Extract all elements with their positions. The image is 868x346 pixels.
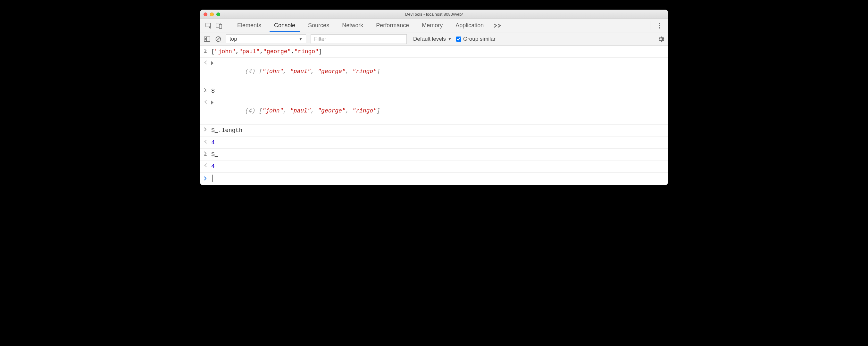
output-marker-icon bbox=[203, 139, 208, 144]
output-marker-icon bbox=[203, 162, 208, 167]
console-output-row[interactable]: 4 bbox=[200, 160, 668, 172]
svg-point-7 bbox=[660, 38, 662, 40]
devtools-menu-button[interactable] bbox=[655, 23, 663, 29]
expand-object-icon[interactable] bbox=[211, 61, 214, 65]
console-output-text: (4) ["john", "paul", "george", "ringo"] bbox=[217, 60, 664, 83]
console-input-text: ["john","paul","george","ringo"] bbox=[211, 48, 664, 56]
group-similar-checkbox[interactable] bbox=[456, 36, 461, 42]
traffic-lights bbox=[200, 12, 220, 16]
separator bbox=[228, 21, 228, 30]
close-window-button[interactable] bbox=[204, 12, 207, 16]
more-tabs-button[interactable] bbox=[490, 19, 505, 32]
tabs-bar: Elements Console Sources Network Perform… bbox=[200, 19, 668, 32]
tab-elements[interactable]: Elements bbox=[231, 19, 268, 32]
tabs: Elements Console Sources Network Perform… bbox=[231, 19, 648, 32]
separator bbox=[650, 21, 650, 30]
svg-point-12 bbox=[204, 141, 205, 142]
toggle-device-toolbar-icon[interactable] bbox=[215, 22, 223, 29]
text-cursor bbox=[212, 175, 213, 182]
tab-network[interactable]: Network bbox=[336, 19, 370, 32]
output-marker-icon bbox=[203, 60, 208, 65]
console-filter-input[interactable] bbox=[311, 34, 407, 44]
console-output-text: 4 bbox=[211, 139, 664, 147]
execution-context-value: top bbox=[229, 36, 237, 42]
log-levels-label: Default levels bbox=[413, 36, 446, 42]
log-levels-select[interactable]: Default levels ▼ bbox=[413, 36, 452, 42]
console-settings-icon[interactable] bbox=[657, 36, 664, 42]
tab-memory[interactable]: Memory bbox=[415, 19, 449, 32]
minimize-window-button[interactable] bbox=[210, 12, 214, 16]
prompt-marker-icon bbox=[203, 176, 208, 181]
svg-point-14 bbox=[204, 165, 205, 166]
zoom-window-button[interactable] bbox=[216, 12, 220, 16]
execution-context-select[interactable]: top ▼ bbox=[226, 34, 306, 44]
console-output-text: 4 bbox=[211, 162, 664, 170]
console-input-text: $_.length bbox=[211, 127, 664, 134]
inspect-element-icon[interactable] bbox=[205, 22, 213, 29]
svg-rect-2 bbox=[219, 24, 222, 29]
console-output-row[interactable]: 4 bbox=[200, 137, 668, 149]
expand-object-icon[interactable] bbox=[211, 101, 214, 104]
console-toolbar: top ▼ Default levels ▼ Group similar bbox=[200, 32, 668, 46]
svg-point-9 bbox=[204, 62, 205, 63]
console-output-row[interactable]: (4) ["john", "paul", "george", "ringo"] bbox=[200, 97, 668, 125]
chevron-down-icon: ▼ bbox=[448, 37, 452, 41]
array-length: (4) bbox=[245, 108, 259, 114]
clear-console-icon[interactable] bbox=[215, 36, 221, 42]
chevron-down-icon: ▼ bbox=[299, 37, 303, 41]
toggle-console-sidebar-icon[interactable] bbox=[204, 36, 211, 42]
console-output: ["john","paul","george","ringo"] (4) ["j… bbox=[200, 46, 668, 185]
console-prompt[interactable] bbox=[200, 173, 668, 185]
array-length: (4) bbox=[245, 68, 259, 75]
input-marker-icon bbox=[203, 87, 208, 92]
svg-point-11 bbox=[204, 101, 205, 102]
tab-performance[interactable]: Performance bbox=[370, 19, 415, 32]
console-input-row[interactable]: $_.length bbox=[200, 125, 668, 136]
devtools-window: DevTools - localhost:8080/web/ Elements … bbox=[200, 10, 668, 185]
console-input-text: $_ bbox=[211, 87, 664, 95]
tab-console[interactable]: Console bbox=[268, 19, 302, 32]
window-title: DevTools - localhost:8080/web/ bbox=[200, 12, 668, 17]
output-marker-icon bbox=[203, 99, 208, 104]
input-marker-icon bbox=[203, 48, 208, 53]
console-output-row[interactable]: (4) ["john", "paul", "george", "ringo"] bbox=[200, 58, 668, 85]
titlebar: DevTools - localhost:8080/web/ bbox=[200, 10, 668, 19]
console-input-row[interactable]: ["john","paul","george","ringo"] bbox=[200, 46, 668, 58]
console-input-row[interactable]: $_ bbox=[200, 85, 668, 97]
tab-application[interactable]: Application bbox=[449, 19, 490, 32]
console-input-text: $_ bbox=[211, 151, 664, 158]
input-marker-icon bbox=[203, 151, 208, 156]
console-output-text: (4) ["john", "paul", "george", "ringo"] bbox=[217, 99, 664, 122]
svg-line-6 bbox=[217, 37, 220, 41]
tab-sources[interactable]: Sources bbox=[302, 19, 336, 32]
svg-rect-0 bbox=[206, 23, 211, 27]
group-similar-label: Group similar bbox=[463, 36, 496, 42]
group-similar-toggle[interactable]: Group similar bbox=[456, 36, 496, 42]
input-marker-icon bbox=[203, 127, 208, 132]
console-input-row[interactable]: $_ bbox=[200, 149, 668, 160]
